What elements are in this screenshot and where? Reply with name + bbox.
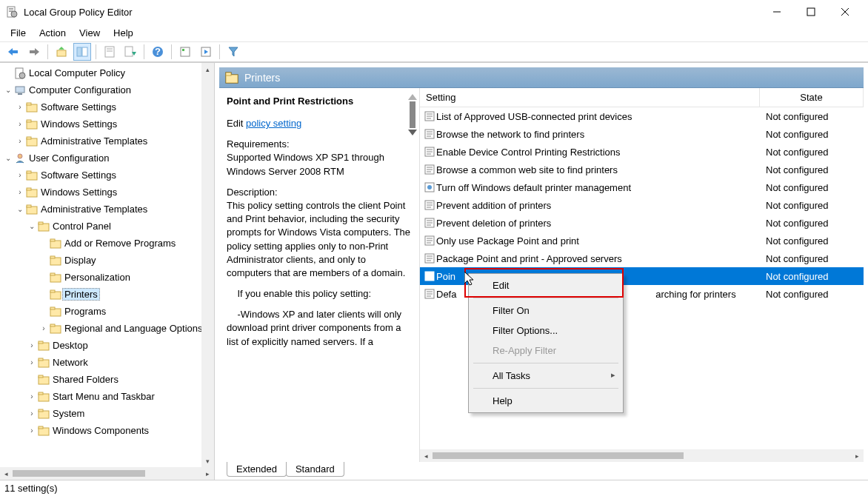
menu-file[interactable]: File	[4, 26, 32, 40]
desc-scrollbar[interactable]	[407, 93, 418, 137]
tab-extended[interactable]: Extended	[227, 462, 287, 477]
minimize-button[interactable]	[760, 1, 794, 23]
folder-icon	[25, 102, 39, 113]
folder-icon	[37, 409, 50, 419]
setting-name: Browse a common web site to find printer…	[436, 164, 760, 175]
list-row[interactable]: Browse a common web site to find printer…	[420, 161, 864, 178]
list-horizontal-scrollbar[interactable]: ◂ ▸	[420, 449, 864, 462]
folder-icon	[25, 136, 39, 147]
context-help[interactable]: Help	[470, 391, 621, 411]
details-title: Printers	[244, 72, 280, 84]
tree-vertical-scrollbar[interactable]: ▴ ▾	[201, 63, 214, 467]
svg-point-4	[11, 11, 17, 17]
menu-action[interactable]: Action	[33, 26, 72, 40]
tree-network[interactable]: ›Network	[3, 354, 214, 371]
setting-state: Not configured	[760, 289, 864, 300]
list-row[interactable]: Turn off Windows default printer managem…	[420, 178, 864, 196]
export-button[interactable]	[121, 43, 139, 61]
context-all-tasks[interactable]: All Tasks	[470, 366, 621, 386]
list-row[interactable]: List of Approved USB-connected print dev…	[420, 107, 864, 125]
column-state[interactable]: State	[760, 88, 864, 107]
tree-personalization[interactable]: Personalization	[3, 269, 214, 286]
tree-desktop[interactable]: ›Desktop	[3, 337, 214, 354]
list-row[interactable]: Package Point and print - Approved serve…	[420, 249, 864, 267]
tree-shared-folders[interactable]: Shared Folders	[3, 371, 214, 388]
back-button[interactable]	[4, 43, 22, 61]
list-row[interactable]: Only use Package Point and printNot conf…	[420, 232, 864, 249]
policy-tree[interactable]: Local Computer Policy ⌄Computer Configur…	[0, 63, 214, 440]
svg-rect-24	[181, 47, 190, 56]
menu-help[interactable]: Help	[107, 26, 139, 40]
scroll-left-icon[interactable]: ◂	[420, 449, 433, 462]
context-edit[interactable]: Edit	[470, 275, 621, 295]
svg-rect-51	[50, 256, 55, 258]
list-row[interactable]: Prevent deletion of printersNot configur…	[420, 214, 864, 232]
maximize-button[interactable]	[794, 1, 828, 23]
svg-rect-32	[18, 93, 22, 95]
folder-icon	[49, 324, 62, 334]
filter-button[interactable]	[224, 43, 242, 61]
scroll-right-icon[interactable]: ▸	[201, 467, 214, 480]
forward-button[interactable]	[25, 43, 43, 61]
policy-setting-icon	[420, 270, 436, 282]
tree-cc-software[interactable]: ›Software Settings	[3, 98, 214, 115]
up-button[interactable]	[53, 43, 70, 61]
details-header: Printers	[219, 67, 864, 88]
tree-uc-windows[interactable]: ›Windows Settings	[3, 184, 214, 201]
svg-rect-13	[57, 50, 66, 56]
tree-printers[interactable]: Printers	[3, 286, 214, 303]
tree-display[interactable]: Display	[3, 252, 214, 269]
svg-rect-65	[39, 375, 43, 378]
tree-control-panel[interactable]: ⌄Control Panel	[3, 218, 214, 235]
setting-name: Enable Device Control Printing Restricti…	[436, 147, 760, 158]
tree-cc-windows[interactable]: ›Windows Settings	[3, 115, 214, 133]
menu-view[interactable]: View	[73, 26, 106, 40]
tree-horizontal-scrollbar[interactable]: ◂ ▸	[0, 467, 214, 480]
tree-cc-admin[interactable]: ›Administrative Templates	[3, 133, 214, 150]
scroll-right-icon[interactable]: ▸	[851, 449, 864, 462]
svg-rect-10	[12, 50, 18, 53]
policy-setting-icon	[420, 252, 436, 264]
tree-programs[interactable]: Programs	[3, 303, 214, 320]
tree-add-remove[interactable]: Add or Remove Programs	[3, 235, 214, 252]
icon-button-1[interactable]	[176, 43, 194, 61]
policy-setting-special-icon	[420, 181, 436, 193]
list-row[interactable]: Enable Device Control Printing Restricti…	[420, 143, 864, 161]
tree-uc-software[interactable]: ›Software Settings	[3, 167, 214, 184]
list-row[interactable]: Prevent addition of printersNot configur…	[420, 196, 864, 214]
close-button[interactable]	[828, 1, 862, 23]
tree-windows-components[interactable]: ›Windows Components	[3, 422, 214, 439]
scroll-down-icon[interactable]: ▾	[201, 455, 214, 467]
context-filter-on[interactable]: Filter On	[470, 301, 621, 321]
tree-uc-admin[interactable]: ⌄Administrative Templates	[3, 201, 214, 218]
svg-rect-43	[27, 188, 31, 190]
svg-rect-45	[27, 205, 31, 207]
folder-icon	[37, 358, 50, 368]
help-button[interactable]: ?	[149, 43, 167, 61]
app-icon	[6, 6, 18, 18]
tree-start-menu[interactable]: ›Start Menu and Taskbar	[3, 388, 214, 405]
setting-name: Turn off Windows default printer managem…	[436, 182, 760, 193]
setting-name: Package Point and print - Approved serve…	[436, 253, 760, 264]
svg-rect-41	[27, 171, 31, 173]
tree-regional[interactable]: ›Regional and Language Options	[3, 320, 214, 337]
list-row[interactable]: Browse the network to find printersNot c…	[420, 125, 864, 143]
computer-icon	[13, 84, 27, 96]
folder-icon	[49, 306, 62, 317]
tree-computer-config[interactable]: ⌄Computer Configuration	[3, 81, 214, 98]
scroll-up-icon[interactable]: ▴	[201, 63, 214, 76]
show-hide-tree-button[interactable]	[73, 43, 91, 61]
tree-user-config[interactable]: ⌄User Configuration	[3, 150, 214, 167]
folder-icon	[37, 375, 50, 385]
context-filter-options[interactable]: Filter Options...	[470, 321, 621, 341]
properties-button[interactable]	[101, 43, 118, 61]
column-setting[interactable]: Setting	[420, 88, 760, 107]
svg-text:?: ?	[155, 46, 161, 57]
scroll-left-icon[interactable]: ◂	[0, 467, 13, 480]
tree-system[interactable]: ›System	[3, 405, 214, 422]
tab-standard[interactable]: Standard	[286, 462, 344, 477]
tree-root[interactable]: Local Computer Policy	[3, 64, 214, 81]
icon-button-2[interactable]	[197, 43, 215, 61]
svg-rect-53	[50, 273, 55, 275]
edit-policy-link[interactable]: policy setting	[246, 118, 301, 129]
